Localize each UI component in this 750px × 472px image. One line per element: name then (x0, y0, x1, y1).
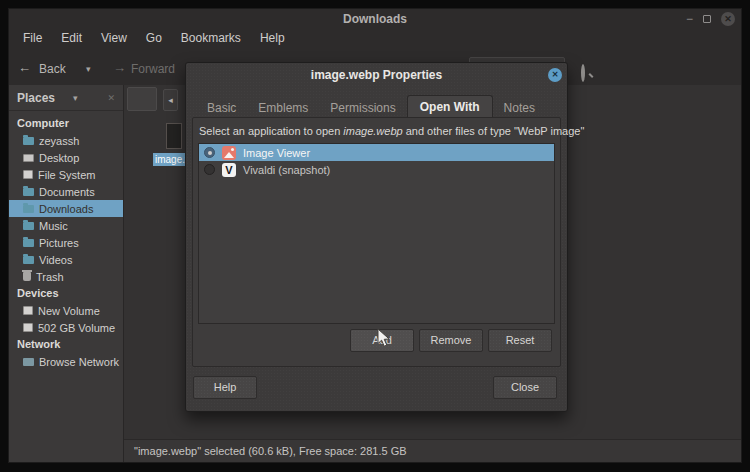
sidebar-item-browse-network[interactable]: Browse Network (9, 353, 123, 370)
help-button[interactable]: Help (193, 376, 257, 399)
tab-basic[interactable]: Basic (196, 98, 247, 118)
statusbar: "image.webp" selected (60.6 kB), Free sp… (124, 439, 741, 462)
sidebar-item-documents[interactable]: Documents (9, 183, 123, 200)
places-caret-icon[interactable]: ▾ (73, 93, 78, 103)
window-title: Downloads (9, 12, 741, 26)
menu-edit[interactable]: Edit (61, 31, 82, 47)
back-arrow-icon[interactable]: ← (18, 62, 31, 74)
window-controls: − ✕ (686, 11, 735, 27)
radio-selected-icon[interactable] (204, 147, 215, 158)
folder-icon (23, 256, 34, 264)
search-icon[interactable] (581, 64, 585, 82)
window-titlebar[interactable]: Downloads − ✕ (9, 9, 741, 29)
radio-unselected-icon[interactable] (204, 164, 215, 175)
drive-icon (23, 306, 33, 315)
folder-icon (23, 239, 34, 247)
app-row-vivaldi[interactable]: V Vivaldi (snapshot) (199, 161, 554, 178)
trash-icon (23, 272, 31, 281)
close-button[interactable]: Close (493, 376, 557, 399)
sidebar-item-filesystem[interactable]: File System (9, 166, 123, 183)
dialog-title: image.webp Properties (186, 68, 567, 82)
selected-file-label[interactable]: image.webp (153, 153, 185, 166)
sidebar-item-502gb-volume[interactable]: 502 GB Volume (9, 319, 123, 336)
minimize-icon[interactable]: − (686, 12, 693, 26)
sidebar-item-trash[interactable]: Trash (9, 268, 123, 285)
menu-file[interactable]: File (23, 31, 42, 47)
network-icon (23, 358, 34, 366)
pathbar-scroll-left-icon[interactable]: ◂ (163, 89, 178, 111)
reset-button[interactable]: Reset (488, 329, 552, 352)
menu-help[interactable]: Help (260, 31, 285, 47)
menu-view[interactable]: View (101, 31, 127, 47)
tab-open-with[interactable]: Open With (407, 95, 493, 118)
screen: Downloads − ✕ File Edit View Go Bookmark… (0, 0, 750, 472)
sidebar-item-desktop[interactable]: Desktop (9, 149, 123, 166)
folder-icon (23, 188, 34, 196)
sidebar-section-network: Network (9, 336, 123, 353)
drive-icon (23, 170, 33, 179)
desktop-icon (23, 154, 34, 162)
sidebar-section-devices: Devices (9, 285, 123, 302)
home-folder-icon (23, 137, 34, 145)
back-button[interactable]: Back (39, 62, 66, 76)
remove-button[interactable]: Remove (419, 329, 483, 352)
back-history-caret-icon[interactable]: ▾ (86, 64, 91, 74)
places-close-icon[interactable]: ✕ (107, 93, 115, 103)
file-thumbnail[interactable] (166, 123, 182, 149)
menu-go[interactable]: Go (146, 31, 162, 47)
open-with-description: Select an application to open image.webp… (193, 118, 560, 137)
sidebar-item-downloads[interactable]: Downloads (9, 200, 123, 217)
dialog-titlebar[interactable]: image.webp Properties ✕ (186, 63, 567, 87)
sidebar-item-new-volume[interactable]: New Volume (9, 302, 123, 319)
places-list: Computer zeyassh Desktop File System Doc… (9, 115, 123, 370)
sidebar-item-music[interactable]: Music (9, 217, 123, 234)
vivaldi-icon: V (222, 163, 236, 177)
menubar: File Edit View Go Bookmarks Help (9, 29, 741, 49)
forward-arrow-icon[interactable]: → (113, 62, 126, 74)
sidebar-item-videos[interactable]: Videos (9, 251, 123, 268)
places-header[interactable]: Places ▾ ✕ (9, 85, 123, 111)
dialog-tabs: Basic Emblems Permissions Open With Note… (196, 96, 546, 118)
folder-icon (23, 205, 34, 213)
properties-dialog: image.webp Properties ✕ Basic Emblems Pe… (185, 62, 568, 412)
sidebar-item-home[interactable]: zeyassh (9, 132, 123, 149)
tab-emblems[interactable]: Emblems (247, 98, 319, 118)
dialog-close-icon[interactable]: ✕ (548, 68, 562, 82)
sidebar-item-pictures[interactable]: Pictures (9, 234, 123, 251)
tab-permissions[interactable]: Permissions (319, 98, 406, 118)
status-text: "image.webp" selected (60.6 kB), Free sp… (134, 445, 407, 457)
sidebar-section-computer: Computer (9, 115, 123, 132)
sidebar: Places ▾ ✕ Computer zeyassh Desktop File… (9, 85, 124, 462)
pathbar-button[interactable] (127, 87, 157, 111)
close-icon[interactable]: ✕ (721, 12, 735, 26)
drive-icon (23, 323, 33, 332)
places-label: Places (17, 91, 55, 105)
application-list: Image Viewer V Vivaldi (snapshot) (198, 143, 555, 324)
maximize-icon[interactable] (703, 15, 711, 23)
menu-bookmarks[interactable]: Bookmarks (181, 31, 241, 47)
app-row-image-viewer[interactable]: Image Viewer (199, 144, 554, 161)
folder-icon (23, 222, 34, 230)
tab-notes[interactable]: Notes (493, 98, 546, 118)
file-name: image.webp (343, 125, 402, 137)
image-viewer-icon (222, 146, 236, 160)
forward-button[interactable]: Forward (131, 62, 175, 76)
mouse-cursor (377, 328, 391, 348)
